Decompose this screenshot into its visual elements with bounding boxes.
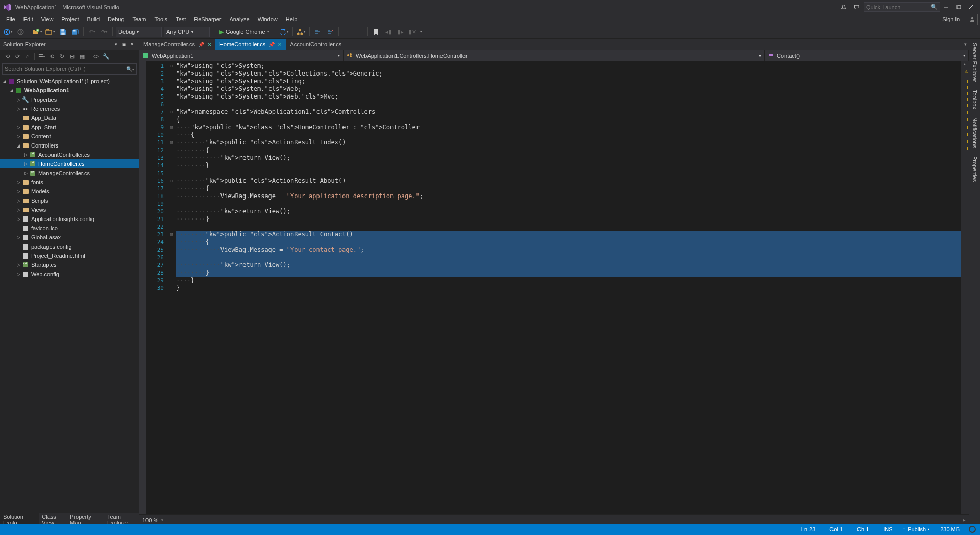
tree-home-controller[interactable]: ▷HomeController.cs	[0, 159, 139, 168]
tree-webconfig[interactable]: ▷Web.config	[0, 270, 139, 279]
tree-content[interactable]: ▷Content	[0, 132, 139, 141]
tab-properties[interactable]: Properties	[970, 152, 979, 186]
menu-test[interactable]: Test	[172, 15, 190, 23]
nav-back-button[interactable]: ▾	[3, 26, 14, 37]
menu-tools[interactable]: Tools	[150, 15, 172, 23]
clear-bookmark-icon[interactable]: ▮✕	[407, 26, 419, 37]
feedback-icon[interactable]	[852, 2, 862, 12]
perf-indicator-icon[interactable]	[969, 526, 976, 533]
prev-bookmark-icon[interactable]: ◂▮	[383, 26, 394, 37]
notifications-icon[interactable]	[839, 2, 849, 12]
tree-favicon[interactable]: favicon.ico	[0, 224, 139, 233]
tab-account[interactable]: AccountController.cs	[286, 39, 346, 50]
platform-dropdown[interactable]: Any CPU▾	[164, 27, 210, 37]
solution-explorer-search[interactable]: Search Solution Explorer (Ctrl+;) 🔍▾	[2, 63, 137, 75]
view-code-icon[interactable]: <>	[91, 52, 101, 61]
menu-view[interactable]: View	[37, 15, 58, 23]
tree-appinsights[interactable]: ▷ApplicationInsights.config	[0, 214, 139, 224]
comment-button[interactable]	[312, 26, 324, 37]
home-icon[interactable]: ⟲	[3, 52, 12, 61]
tree-fonts[interactable]: ▷fonts	[0, 178, 139, 187]
show-all-icon[interactable]: ▦	[78, 52, 87, 61]
breakpoint-margin[interactable]	[139, 61, 146, 514]
tree-models[interactable]: ▷Models	[0, 187, 139, 196]
menu-file[interactable]: File	[2, 15, 19, 23]
fold-column[interactable]: ⊟⊟⊟⊟⊟⊟	[168, 61, 175, 514]
redo-button[interactable]: ↷▾	[99, 26, 110, 37]
indent-less-button[interactable]: ≡	[341, 26, 353, 37]
browser-link-button[interactable]: ▾	[279, 26, 290, 37]
config-dropdown[interactable]: Debug▾	[116, 27, 162, 37]
scope-icon[interactable]: ☰▾	[37, 52, 46, 61]
nav-scope-dropdown[interactable]: WebApplication1▾	[139, 50, 344, 61]
nav-fwd-button[interactable]	[15, 26, 26, 37]
close-icon[interactable]: ✕	[207, 42, 211, 47]
home2-icon[interactable]: ⟳	[13, 52, 22, 61]
tab-notifications[interactable]: Notifications	[970, 113, 979, 152]
publish-button[interactable]: ↑Publish▴	[903, 526, 930, 532]
nav-class-dropdown[interactable]: WebApplication1.Controllers.HomeControll…	[344, 50, 765, 61]
sync-icon[interactable]: ⟲	[47, 52, 56, 61]
indent-more-button[interactable]: ≡	[354, 26, 365, 37]
pin-icon[interactable]: ▣	[120, 42, 128, 47]
close-button[interactable]	[965, 2, 977, 12]
pin-icon[interactable]: 📌	[198, 42, 204, 47]
minimize-button[interactable]	[940, 2, 952, 12]
tree-startup[interactable]: ▷Startup.cs	[0, 260, 139, 270]
user-avatar-icon[interactable]	[967, 14, 978, 25]
nav-member-dropdown[interactable]: Contact()▾	[765, 50, 969, 61]
menu-window[interactable]: Window	[254, 15, 282, 23]
tree-properties[interactable]: ▷🔧Properties	[0, 95, 139, 104]
sign-in-link[interactable]: Sign in	[938, 15, 964, 23]
tree-manage-controller[interactable]: ▷ManageController.cs	[0, 168, 139, 178]
open-file-button[interactable]: ▾	[44, 26, 56, 37]
tab-toolbox[interactable]: Toolbox	[970, 86, 979, 113]
tree-project[interactable]: ◢WebApplication1	[0, 86, 139, 95]
next-bookmark-icon[interactable]: ▮▸	[395, 26, 406, 37]
scroll-map[interactable]: ▴ ⚠	[961, 61, 969, 514]
maximize-button[interactable]	[952, 2, 965, 12]
code-editor[interactable]: 1234567891011121314151617181920212223242…	[139, 61, 969, 514]
menu-debug[interactable]: Debug	[104, 15, 128, 23]
menu-edit[interactable]: Edit	[19, 15, 37, 23]
code-body[interactable]: "kw">using "cls">System;"kw">using "cls"…	[175, 61, 961, 514]
zoom-dropdown[interactable]: 100 %▾	[142, 517, 163, 523]
save-all-button[interactable]	[69, 26, 81, 37]
undo-button[interactable]: ↶▾	[86, 26, 97, 37]
tree-views[interactable]: ▷Views	[0, 205, 139, 214]
new-project-button[interactable]: ▾	[32, 26, 43, 37]
menu-build[interactable]: Build	[83, 15, 104, 23]
tree-references[interactable]: ▷▪▪References	[0, 104, 139, 113]
tree-account-controller[interactable]: ▷AccountController.cs	[0, 150, 139, 159]
tree-global[interactable]: ▷Global.asax	[0, 233, 139, 242]
tab-home[interactable]: HomeController.cs📌✕	[215, 39, 286, 50]
pane-dropdown-icon[interactable]: ▾	[112, 42, 119, 47]
tree-readme[interactable]: Project_Readme.html	[0, 251, 139, 260]
menu-help[interactable]: Help	[282, 15, 302, 23]
preview-icon[interactable]: —	[112, 52, 121, 61]
refresh-icon[interactable]: ↻	[57, 52, 66, 61]
quick-launch-input[interactable]: Quick Launch 🔍	[864, 2, 940, 12]
menu-analyze[interactable]: Analyze	[225, 15, 253, 23]
close-icon[interactable]: ✕	[278, 42, 282, 47]
menu-team[interactable]: Team	[129, 15, 151, 23]
tree-solution[interactable]: ◢Solution 'WebApplication1' (1 project)	[0, 77, 139, 86]
start-debug-button[interactable]: ▶Google Chrome▾	[216, 27, 273, 37]
hscroll-right-icon[interactable]: ▸	[963, 517, 966, 523]
tab-manage[interactable]: ManageController.cs📌✕	[139, 39, 215, 50]
tree-appstart[interactable]: ▷App_Start	[0, 123, 139, 132]
tree-packages[interactable]: packages.config	[0, 242, 139, 251]
menu-project[interactable]: Project	[57, 15, 83, 23]
properties-icon[interactable]: 🔧	[102, 52, 111, 61]
tree-controllers[interactable]: ◢Controllers	[0, 141, 139, 150]
menu-resharper[interactable]: ReSharper	[190, 15, 225, 23]
hierarchy-icon[interactable]: ▾	[296, 26, 307, 37]
solution-tree[interactable]: ◢Solution 'WebApplication1' (1 project) …	[0, 76, 139, 513]
collapse-icon[interactable]: ⊟	[67, 52, 77, 61]
house-icon[interactable]: ⌂	[23, 52, 32, 61]
tab-server-explorer[interactable]: Server Explorer	[970, 39, 979, 86]
pin-icon[interactable]: 📌	[268, 42, 275, 47]
uncomment-button[interactable]	[325, 26, 336, 37]
tree-scripts[interactable]: ▷Scripts	[0, 196, 139, 205]
pane-close-icon[interactable]: ✕	[129, 42, 136, 47]
